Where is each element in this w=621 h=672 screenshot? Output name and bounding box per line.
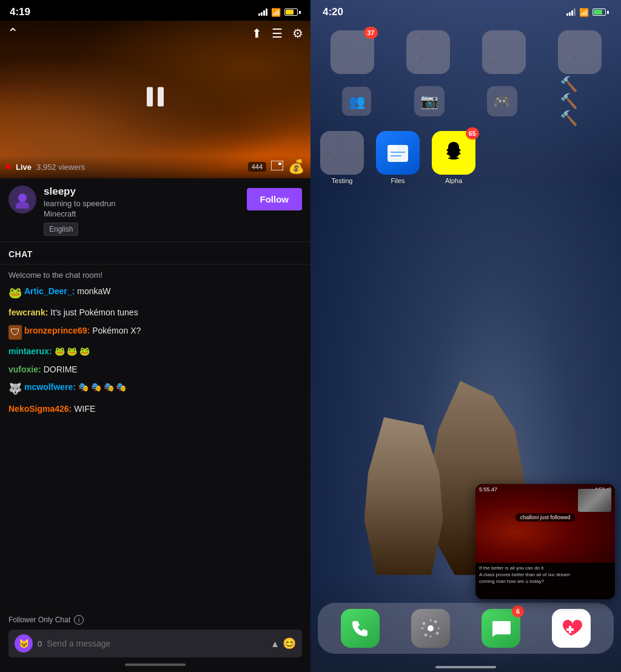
home-bar-left [125, 664, 186, 666]
channel-info: sleepy learning to speedrun Minecraft En… [44, 186, 116, 234]
chat-grid-icon[interactable]: ☰ [272, 26, 283, 41]
chat-input-row: 🐱 0 ▴ 😊 [8, 630, 302, 657]
svg-rect-1 [158, 87, 164, 107]
channel-name[interactable]: sleepy [44, 186, 116, 198]
svg-point-5 [16, 201, 29, 209]
chat-message-3: 🛡 bronzeprince69: Pokémon X? [8, 325, 302, 340]
battery-right [592, 8, 609, 16]
pause-button[interactable] [142, 84, 169, 116]
signal-bar-4 [266, 8, 267, 16]
chat-welcome: Welcome to the chat room! [8, 270, 302, 280]
dock-messages[interactable]: 6 [482, 609, 520, 648]
testing-folder [320, 131, 364, 175]
app-folder-2[interactable] [396, 30, 460, 76]
app-tools[interactable]: 👥 [341, 86, 372, 119]
messages-icon: 6 [482, 609, 520, 648]
chevron-down-icon[interactable]: ⌃ [7, 25, 18, 41]
status-icons-right: 📶 [566, 8, 609, 17]
language-badge[interactable]: English [44, 223, 78, 236]
app-snapchat[interactable]: 65 Alpha [432, 131, 475, 184]
pip-chat-line-3: coming man how are u today? [479, 579, 611, 584]
home-indicator-left [0, 660, 310, 672]
app-camera[interactable]: 📷 [414, 86, 445, 119]
snapchat-label: Alpha [445, 177, 462, 184]
chat-messages: Welcome to the chat room! 🐸 Artic_Deer_:… [0, 264, 310, 610]
chat-message-5: vufoxie: DORIME [8, 364, 302, 376]
wifi-icon-right: 📶 [579, 8, 589, 17]
msg-vufo: DORIME [44, 364, 78, 376]
svg-rect-2 [271, 161, 283, 170]
dock-phone[interactable] [341, 609, 380, 648]
pip-video-background: 5:55.47 4:59 r0 [475, 484, 615, 563]
channel-game-1: learning to speedrun [44, 199, 116, 208]
signal-bar-2 [261, 12, 263, 16]
app-folder-1[interactable]: 37 [320, 30, 384, 76]
time-left: 4:19 [10, 6, 30, 18]
emoji-icon[interactable]: 😊 [283, 637, 296, 650]
msg-bronze: Pokémon X? [92, 325, 141, 337]
dock-settings[interactable] [411, 609, 450, 648]
health-icon [552, 609, 591, 648]
battery-tip-left [299, 11, 301, 14]
folder-mini-2 [411, 35, 421, 69]
app-folder-3[interactable] [472, 30, 535, 76]
folder-icon-3 [482, 30, 526, 74]
app-folder-4[interactable] [548, 30, 611, 76]
folder-icon-1: 37 [331, 30, 374, 74]
username-fewcrank: fewcrank: [8, 307, 48, 319]
chat-input[interactable] [47, 639, 267, 648]
video-player[interactable]: ⌃ ⬆ ☰ ⚙ Live 3,952 viewers 444 [0, 21, 310, 178]
status-icons-left: 📶 ⚡ [258, 8, 301, 17]
pip-video[interactable]: 5:55.47 4:59 r0 challoni just followed I… [475, 484, 615, 599]
app-testing[interactable]: Testing [320, 131, 364, 184]
pip-thumbnail [578, 489, 611, 512]
home-indicator-right [435, 666, 496, 668]
send-icon[interactable]: ▴ [272, 637, 278, 650]
follower-only-text: Follower Only Chat [8, 616, 70, 624]
follow-button[interactable]: Follow [247, 188, 303, 210]
battery-fill-right [594, 10, 602, 15]
app-utilities[interactable]: 🔨🔨🔨 [560, 86, 590, 119]
info-icon[interactable]: i [74, 615, 84, 625]
viewers-count: 3,952 viewers [36, 163, 85, 172]
chat-points: 0 [38, 639, 42, 648]
username-vufo: vufoxie: [8, 364, 41, 376]
chat-header: CHAT [0, 242, 310, 264]
app-files[interactable]: Files [376, 131, 420, 184]
settings-icon[interactable]: ⚙ [292, 26, 303, 41]
svg-rect-0 [147, 87, 153, 107]
svg-point-11 [428, 625, 434, 631]
hammer-icon: 🔨🔨🔨 [560, 86, 590, 116]
battery-tip-right [607, 11, 609, 14]
dock: 6 [318, 603, 614, 654]
files-icon [376, 131, 420, 175]
live-bar: Live 3,952 viewers 444 💰 [0, 155, 310, 178]
testing-folder-apps [325, 136, 335, 170]
share-icon[interactable]: ⬆ [252, 26, 262, 41]
chat-message-2: fewcrank: It's just Pokémon tunes [8, 307, 302, 319]
dock-health[interactable] [552, 609, 591, 648]
avatar[interactable] [8, 186, 36, 213]
battery-body-left: ⚡ [284, 8, 298, 16]
folder-icon-2 [406, 30, 450, 74]
time-right: 4:20 [323, 6, 343, 18]
signal-bar-1 [258, 13, 260, 16]
rock-left [364, 417, 443, 575]
svg-rect-10 [388, 145, 408, 162]
chat-message-7: NekoSigma426: WIFE [8, 403, 302, 415]
channel-section: sleepy learning to speedrun Minecraft En… [0, 178, 310, 242]
expand-icon[interactable] [271, 161, 283, 173]
svg-point-4 [18, 193, 27, 202]
chat-user-avatar: 🐱 [15, 634, 33, 653]
live-dot [6, 164, 11, 169]
folder-icon-4 [558, 30, 602, 74]
msg-minta: 🐸 🐸 🐸 [55, 346, 90, 358]
svg-text:👥: 👥 [349, 93, 366, 110]
live-right: 444 💰 [248, 159, 304, 175]
wifi-icon-left: 📶 [271, 8, 281, 17]
badge-65: 65 [466, 127, 479, 139]
app-games[interactable]: 🎮 [487, 86, 517, 119]
username-artic: Artic_Deer_: [24, 286, 75, 298]
status-bar-left: 4:19 📶 ⚡ [0, 0, 310, 21]
folder-mini-4 [563, 35, 573, 69]
